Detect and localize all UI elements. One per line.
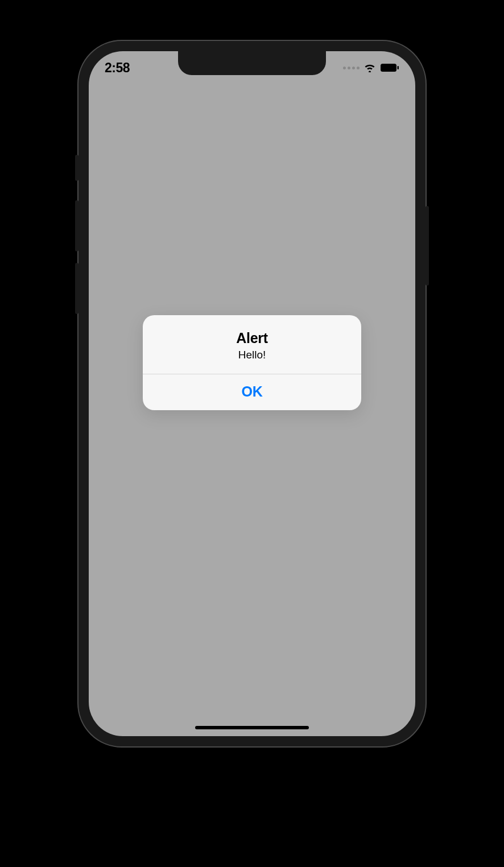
battery-icon [380, 63, 399, 72]
svg-rect-1 [398, 66, 399, 69]
home-indicator[interactable] [195, 726, 309, 729]
alert-message: Hello! [154, 349, 350, 361]
status-time: 2:58 [105, 55, 130, 76]
cellular-signal-icon [343, 67, 360, 69]
svg-rect-0 [381, 64, 396, 72]
alert-overlay: Alert Hello! OK [89, 51, 415, 736]
power-button[interactable] [425, 206, 429, 286]
volume-down-button[interactable] [75, 263, 79, 314]
alert-dialog: Alert Hello! OK [143, 315, 361, 410]
volume-up-button[interactable] [75, 200, 79, 251]
mute-switch[interactable] [75, 155, 79, 181]
screen: 2:58 [89, 51, 415, 736]
device-frame: 2:58 [77, 40, 427, 748]
ok-button[interactable]: OK [143, 374, 361, 410]
notch [178, 51, 326, 75]
alert-content: Alert Hello! [143, 315, 361, 374]
alert-title: Alert [154, 330, 350, 346]
wifi-icon [363, 63, 376, 72]
status-right [343, 57, 399, 72]
